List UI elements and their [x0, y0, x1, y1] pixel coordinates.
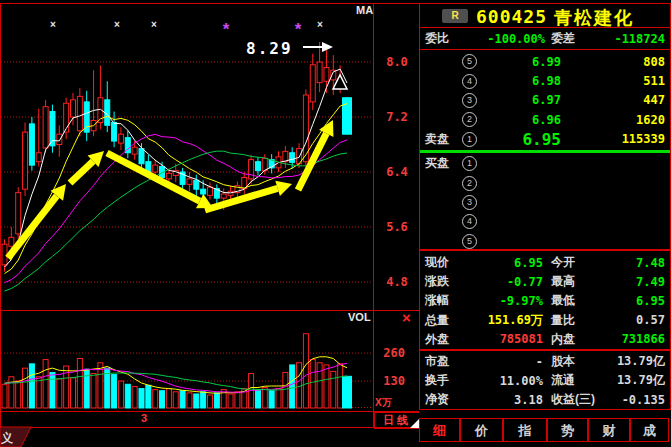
- candle-body: [317, 62, 322, 83]
- close-icon[interactable]: ×: [402, 309, 411, 326]
- open-price: 7.48: [609, 256, 665, 270]
- volume-bar: [50, 372, 55, 408]
- candle-body: [36, 153, 41, 162]
- quote-row: 换手11.00% 流通13.79亿: [420, 371, 670, 390]
- bid-level-badge: 2: [462, 176, 477, 191]
- volume-bar: [139, 389, 144, 408]
- weibi-value: -100.00%: [465, 32, 545, 46]
- bid-row-3[interactable]: 3: [420, 193, 670, 212]
- bid-row-5[interactable]: 5: [420, 232, 670, 251]
- candle-body: [118, 134, 123, 143]
- candle-body: [324, 68, 329, 82]
- x-axis-month-label: 3: [134, 412, 154, 424]
- volume-bar: [91, 374, 96, 408]
- volume-ratio: 0.57: [609, 313, 665, 327]
- inner-volume: 731866: [609, 332, 665, 346]
- ask-row-2[interactable]: 2 6.96 1620: [420, 110, 670, 129]
- kline-chart[interactable]: 8.07.26.45.64.82601308.29××××**义 MA VOL …: [0, 0, 420, 447]
- bid-row-1[interactable]: 买盘 1: [420, 154, 670, 173]
- bid-ask-divider: [420, 150, 670, 153]
- candle-body: [57, 134, 62, 144]
- ask-volume: 1620: [561, 113, 665, 127]
- tab-finance[interactable]: 财: [588, 418, 630, 442]
- quote-row: 总量151.69万 量比0.57: [420, 311, 670, 330]
- bid-row-2[interactable]: 2: [420, 173, 670, 192]
- price-axis-label: 6.4: [386, 165, 408, 179]
- price-ma20-line: [5, 134, 348, 282]
- candle-body: [255, 162, 260, 171]
- candle-body: [208, 187, 213, 195]
- volume-bar: [303, 334, 308, 408]
- quote-panel: R 600425 青松建化 委比 -100.00% 委差 -118724 5 6…: [419, 3, 671, 445]
- resize-corner-icon[interactable]: [410, 419, 419, 428]
- weicha-value: -118724: [595, 32, 665, 46]
- vol-indicator-label: VOL: [348, 311, 371, 323]
- order-book: 5 6.99 808 4 6.98 511 3 6.97 447 2 6.96 …: [419, 49, 671, 250]
- volume-bar: [338, 364, 343, 408]
- trend-arrow: [298, 133, 326, 190]
- candle-body: [2, 244, 7, 265]
- candle-body: [23, 132, 28, 189]
- trend-arrow: [107, 153, 200, 201]
- volume-bar: [187, 393, 192, 408]
- ask-level-badge: 5: [462, 54, 477, 69]
- price-axis-label: 5.6: [386, 220, 408, 234]
- ask-row-5[interactable]: 5 6.99 808: [420, 52, 670, 71]
- total-shares: 13.79亿: [609, 353, 665, 370]
- event-star-marker: *: [295, 20, 302, 39]
- title-bar: R 600425 青松建化: [419, 3, 671, 28]
- tab-index[interactable]: 指: [503, 418, 547, 442]
- volume-bar: [43, 360, 48, 408]
- period-selector[interactable]: 日线: [374, 412, 420, 429]
- ask-level-badge: 3: [462, 93, 477, 108]
- best-ask-price: 6.95: [477, 130, 561, 149]
- tab-deals[interactable]: 成: [630, 418, 669, 442]
- quote-row: 现价6.95 今开7.48: [420, 253, 670, 272]
- ask-row-3[interactable]: 3 6.97 447: [420, 91, 670, 110]
- candle-body: [29, 124, 34, 165]
- candle-body: [153, 165, 158, 172]
- candle-body: [310, 65, 315, 102]
- ask-price: 6.98: [477, 74, 561, 88]
- volume-bar: [112, 375, 117, 408]
- volume-bar: [77, 358, 82, 408]
- bid-row-4[interactable]: 4: [420, 212, 670, 231]
- stock-app-window: 8.07.26.45.64.82601308.29××××**义 MA VOL …: [0, 0, 671, 447]
- weibi-row: 委比 -100.00% 委差 -118724: [419, 27, 671, 50]
- quote-row: 市盈- 股本13.79亿: [420, 352, 670, 371]
- ask-level-badge: 1: [462, 132, 477, 147]
- event-star-marker: *: [223, 20, 230, 39]
- tab-price[interactable]: 价: [460, 418, 503, 442]
- volume-bar: [132, 386, 137, 408]
- total-volume: 151.69万: [471, 312, 543, 329]
- quote-row: 外盘785081 内盘731866: [420, 330, 670, 349]
- candle-body: [9, 237, 14, 246]
- tab-detail[interactable]: 细: [419, 418, 460, 442]
- volume-bar: [194, 394, 199, 408]
- volume-bar: [9, 377, 14, 408]
- volume-bar: [125, 384, 130, 408]
- percent-change: -9.97%: [471, 294, 543, 308]
- bid-level-badge: 3: [462, 195, 477, 210]
- tab-trend[interactable]: 势: [547, 418, 588, 442]
- candle-body: [84, 102, 89, 132]
- float-shares: 13.79亿: [609, 372, 665, 389]
- ask-row-1[interactable]: 卖盘 1 6.95 115339: [420, 130, 670, 149]
- annotation-arrow-head: [322, 42, 333, 52]
- stock-code: 600425: [476, 6, 547, 27]
- volume-unit-label: X万: [375, 396, 392, 410]
- volume-bar: [214, 393, 219, 408]
- kline-chart-canvas[interactable]: 8.07.26.45.64.82601308.29××××**义: [0, 0, 420, 447]
- ask-volume: 808: [561, 55, 665, 69]
- volume-bar: [269, 391, 274, 408]
- quote-row: 涨幅-9.97% 最低6.95: [420, 291, 670, 310]
- candle-body: [16, 193, 21, 234]
- ask-row-4[interactable]: 4 6.98 511: [420, 71, 670, 90]
- volume-bar: [290, 365, 295, 408]
- candle-body: [166, 173, 171, 179]
- volume-bar: [71, 378, 76, 408]
- bid-side-label: 买盘: [425, 155, 462, 172]
- volume-bar: [228, 394, 233, 408]
- outer-volume: 785081: [471, 332, 543, 346]
- fundamental-summary: 市盈- 股本13.79亿 换手11.00% 流通13.79亿 净资3.18 收益…: [419, 350, 671, 410]
